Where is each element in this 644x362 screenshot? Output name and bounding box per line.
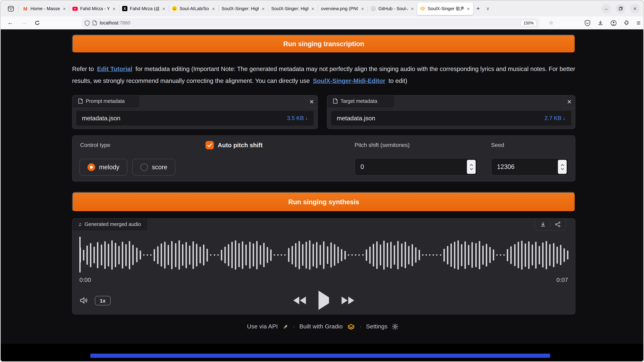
built-with-gradio-link[interactable]: Built with Gradio xyxy=(300,323,343,330)
tab-overview-png[interactable]: overview.png (PNG I × xyxy=(318,2,368,15)
extensions-icon[interactable] xyxy=(624,20,630,26)
pitch-shift-label: Pitch shift (semitones) xyxy=(354,142,410,148)
bottom-black-band xyxy=(1,344,644,362)
control-type-radio-group: melody score xyxy=(80,159,175,176)
gradio-logo-icon xyxy=(347,324,355,330)
page-info-icon[interactable] xyxy=(92,20,97,25)
share-audio-icon[interactable] xyxy=(555,221,561,227)
close-tab-icon[interactable]: × xyxy=(360,6,365,11)
navigation-bar: ← → localhost:7860 150% ☆ ≡ xyxy=(1,16,644,29)
file-download-link[interactable]: 2.7 KB↓ xyxy=(544,115,566,121)
controls-panel: Control type melody score Auto pitch shi… xyxy=(72,135,576,182)
toolbar-icons: ≡ xyxy=(584,16,640,29)
restore-button[interactable] xyxy=(616,4,626,13)
total-time: 0:07 xyxy=(556,277,568,284)
new-tab-button[interactable]: + xyxy=(473,5,483,12)
close-tab-icon[interactable]: × xyxy=(112,6,116,11)
file-icon xyxy=(78,98,83,104)
x-logo-icon: X xyxy=(122,6,128,11)
tracking-protection-icon[interactable] xyxy=(584,20,590,26)
huggingface-icon xyxy=(172,6,177,11)
account-icon[interactable] xyxy=(610,20,617,26)
radio-melody[interactable]: melody xyxy=(80,159,128,176)
music-note-icon: ♫ xyxy=(78,221,82,227)
play-button[interactable] xyxy=(318,297,329,304)
github-icon xyxy=(371,6,376,11)
auto-pitch-shift-label: Auto pitch shift xyxy=(218,141,263,149)
firefox-view-icon[interactable] xyxy=(5,3,17,14)
gear-icon xyxy=(392,324,398,330)
target-metadata-label: Target metadata xyxy=(327,95,394,107)
clear-file-button[interactable]: × xyxy=(306,95,318,108)
midi-editor-link[interactable]: SoulX-Singer-Midi-Editor xyxy=(313,77,385,84)
tab-soulx-singer-1[interactable]: SoulX-Singer: High-Q × xyxy=(219,2,268,15)
menu-icon[interactable]: ≡ xyxy=(637,19,640,27)
radio-score[interactable]: score xyxy=(132,159,175,176)
close-tab-icon[interactable]: × xyxy=(311,6,315,11)
generated-audio-label: ♫ Generated merged audio xyxy=(72,219,147,230)
close-tab-icon[interactable]: × xyxy=(410,6,414,11)
close-tab-icon[interactable]: × xyxy=(62,6,66,11)
number-spinner[interactable] xyxy=(558,160,567,174)
tab-github[interactable]: GitHub - Soul-AILa × xyxy=(368,2,417,15)
close-window-button[interactable]: × xyxy=(630,4,640,13)
run-synthesis-button[interactable]: Run singing synthesis xyxy=(72,192,576,212)
tab-huggingface[interactable]: Soul-AILab/SoulX × xyxy=(169,2,218,15)
forward-button[interactable] xyxy=(342,297,354,304)
transport-controls xyxy=(80,297,568,304)
player-controls: 1x xyxy=(80,291,568,310)
edit-tutorial-link[interactable]: Edit Tutorial xyxy=(97,65,132,72)
url-text: localhost:7860 xyxy=(100,20,130,25)
audio-actions xyxy=(535,219,566,231)
close-tab-icon[interactable]: × xyxy=(212,6,216,11)
list-all-tabs-button[interactable]: ∨ xyxy=(483,6,492,11)
settings-link[interactable]: Settings xyxy=(366,323,388,330)
youtube-icon xyxy=(72,6,78,11)
radio-selected-icon xyxy=(88,163,95,171)
file-row[interactable]: metadata.json 3.5 KB↓ xyxy=(76,111,314,126)
reload-button[interactable] xyxy=(31,20,44,25)
download-arrow-icon: ↓ xyxy=(305,115,308,121)
current-time: 0:00 xyxy=(80,277,91,284)
pitch-shift-input[interactable]: 0 xyxy=(354,158,478,176)
file-name: metadata.json xyxy=(337,114,375,122)
file-row[interactable]: metadata.json 2.7 KB↓ xyxy=(331,111,571,126)
clear-file-button[interactable]: × xyxy=(563,95,575,108)
auto-pitch-shift-checkbox-row[interactable]: Auto pitch shift xyxy=(206,141,263,149)
minimize-button[interactable]: – xyxy=(601,4,611,13)
back-button[interactable]: ← xyxy=(4,19,17,26)
tab-youtube[interactable]: Fahd Mirza - YouT × xyxy=(70,2,119,15)
tab-soulx-singer-active[interactable]: SoulX-Singer 歌声 × xyxy=(417,2,473,15)
tab-x-twitter[interactable]: X Fahd Mirza (@fah × xyxy=(119,2,169,15)
tab-bar: M Home - Massed C × Fahd Mirza - YouT × … xyxy=(1,1,644,16)
number-spinner[interactable] xyxy=(467,160,476,174)
run-transcription-button[interactable]: Run singing transcription xyxy=(72,35,576,53)
file-icon xyxy=(333,98,338,104)
waveform[interactable] xyxy=(80,238,569,272)
close-tab-icon[interactable]: × xyxy=(466,6,470,11)
time-row: 0:00 0:07 xyxy=(80,277,568,284)
control-type-label: Control type xyxy=(80,142,110,148)
forward-button[interactable]: → xyxy=(17,19,31,26)
seed-input[interactable]: 12306 xyxy=(491,158,569,176)
gradio-footer: Use via API · Built with Gradio · Settin… xyxy=(1,323,644,330)
tab-soulx-singer-2[interactable]: SoulX-Singer: High-Q × xyxy=(268,2,318,15)
tab-massed-compute[interactable]: M Home - Massed C × xyxy=(20,2,69,15)
downloads-icon[interactable] xyxy=(598,20,604,26)
use-via-api-link[interactable]: Use via API xyxy=(247,323,278,330)
bookmark-star-icon[interactable]: ☆ xyxy=(549,19,554,26)
file-download-link[interactable]: 3.5 KB↓ xyxy=(287,115,308,121)
playback-cursor[interactable] xyxy=(80,237,80,273)
metadata-note: Refer toEdit Tutorialfor metadata editin… xyxy=(72,63,578,87)
prompt-metadata-label: Prompt metadata xyxy=(72,95,139,107)
url-bar[interactable]: localhost:7860 150% xyxy=(82,18,539,28)
zoom-level-badge[interactable]: 150% xyxy=(520,20,536,26)
rewind-button[interactable] xyxy=(293,297,306,304)
target-metadata-card: Target metadata × metadata.json 2.7 KB↓ xyxy=(327,95,576,129)
close-tab-icon[interactable]: × xyxy=(261,6,265,11)
checkbox-checked-icon[interactable] xyxy=(206,141,214,149)
close-tab-icon[interactable]: × xyxy=(162,6,166,11)
divider xyxy=(550,222,550,227)
download-audio-icon[interactable] xyxy=(540,221,546,227)
file-name: metadata.json xyxy=(82,114,120,122)
